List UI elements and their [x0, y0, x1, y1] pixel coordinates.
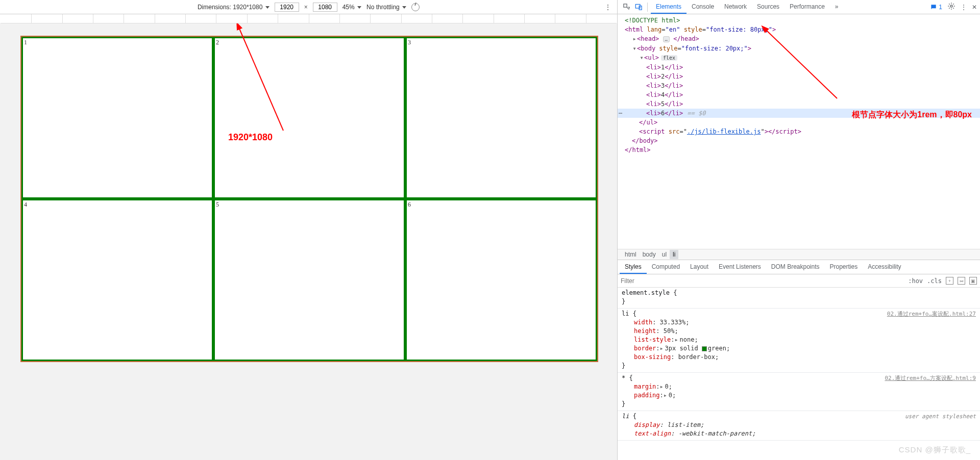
grid-cell: 5: [213, 199, 405, 361]
styletab-accessibility[interactable]: Accessibility: [863, 260, 906, 274]
tab-console[interactable]: Console: [687, 0, 719, 14]
grid-cell: 2: [213, 37, 405, 199]
grid-cell: 6: [405, 199, 597, 361]
styletab-dombreakpoints[interactable]: DOM Breakpoints: [766, 260, 825, 274]
annotation-label: 根节点字体大小为1rem，即80px: [852, 110, 972, 119]
crumb-ul[interactable]: ul: [659, 250, 670, 259]
crumb-body[interactable]: body: [640, 250, 659, 259]
styletab-eventlisteners[interactable]: Event Listeners: [714, 260, 766, 274]
styletab-styles[interactable]: Styles: [620, 260, 647, 274]
cls-toggle[interactable]: .cls: [927, 277, 942, 285]
dom-li[interactable]: <li>2</li>: [618, 72, 980, 81]
more-options-icon[interactable]: ⋮: [604, 3, 612, 11]
styles-filter-row: :hov .cls + ⫘ ▣: [618, 274, 980, 288]
grid-list: 1 2 3 4 5 6: [21, 37, 597, 361]
grid-cell: 3: [405, 37, 597, 199]
styles-content[interactable]: element.style { } 02.通过rem+fo…案设配.html:2…: [618, 288, 980, 460]
throttling-dropdown[interactable]: No throttling: [366, 4, 406, 11]
flex-badge[interactable]: flex: [661, 55, 677, 61]
devtools-tabs: Elements Console Network Sources Perform…: [651, 0, 844, 14]
svg-point-3: [950, 5, 952, 7]
dom-doctype[interactable]: <!DOCTYPE html>: [618, 16, 980, 25]
dom-li[interactable]: <li>4</li>: [618, 90, 980, 99]
device-toggle-icon[interactable]: [633, 2, 644, 13]
rule-source-link[interactable]: 02.通过rem+fo…方案设配.html:9: [885, 374, 976, 382]
ellipsis-icon[interactable]: …: [663, 36, 670, 42]
styles-tabs: Styles Computed Layout Event Listeners D…: [618, 260, 980, 274]
styles-filter-input[interactable]: [621, 276, 904, 286]
dom-li[interactable]: <li>3</li>: [618, 81, 980, 90]
style-rule-element[interactable]: element.style { }: [618, 288, 980, 309]
dom-body-open[interactable]: ▾<body style="font-size: 20px;">: [618, 44, 980, 53]
device-toolbar: Dimensions: 1920*1080 × 45% No throttlin…: [0, 0, 617, 14]
chevron-down-icon: [357, 6, 361, 9]
styletab-computed[interactable]: Computed: [647, 260, 685, 274]
grid-cell: 4: [21, 199, 213, 361]
chevron-down-icon: [402, 6, 406, 9]
inspect-icon[interactable]: [621, 2, 632, 13]
viewport-area: 1 2 3 4 5 6 1920*1080: [0, 23, 617, 460]
style-rule-ua[interactable]: user agent stylesheet li { display: list…: [618, 411, 980, 441]
devtools-pane: Elements Console Network Sources Perform…: [617, 0, 980, 460]
sidebar-toggle-icon[interactable]: ▣: [969, 277, 977, 285]
tab-performance[interactable]: Performance: [785, 0, 830, 14]
dimensions-dropdown[interactable]: Dimensions: 1920*1080: [198, 4, 270, 11]
separator: [647, 3, 648, 12]
new-rule-icon[interactable]: +: [946, 277, 953, 285]
computed-toggle-icon[interactable]: ⫘: [958, 277, 965, 285]
dom-tree[interactable]: <!DOCTYPE html> <html lang="en" style="f…: [618, 14, 980, 249]
style-rule-li[interactable]: 02.通过rem+fo…案设配.html:27 li { width: 33.3…: [618, 309, 980, 373]
rule-source-ua: user agent stylesheet: [905, 412, 976, 421]
kebab-icon[interactable]: ⋮: [961, 4, 967, 11]
devtools-toolbar: Elements Console Network Sources Perform…: [618, 0, 980, 14]
styletab-properties[interactable]: Properties: [825, 260, 863, 274]
dom-body-close[interactable]: </body>: [618, 136, 980, 145]
crumb-li[interactable]: li: [670, 250, 678, 259]
rule-source-link[interactable]: 02.通过rem+fo…案设配.html:27: [887, 310, 976, 318]
zoom-dropdown[interactable]: 45%: [342, 4, 361, 11]
dom-html-close[interactable]: </html>: [618, 145, 980, 155]
chevron-down-icon: [265, 6, 270, 9]
tab-elements[interactable]: Elements: [651, 0, 687, 14]
dom-li[interactable]: <li>5</li>: [618, 99, 980, 109]
dom-head[interactable]: ▸<head> … </head>: [618, 34, 980, 44]
grid-cell: 1: [21, 37, 213, 199]
device-mode-pane: Dimensions: 1920*1080 × 45% No throttlin…: [0, 0, 617, 460]
close-icon[interactable]: ✕: [972, 4, 977, 11]
width-input[interactable]: [275, 3, 299, 12]
crumb-html[interactable]: html: [622, 250, 640, 259]
dimension-separator: ×: [304, 4, 308, 11]
dom-script[interactable]: <script src="./js/lib-flexible.js"></scr…: [618, 127, 980, 136]
gear-icon[interactable]: [947, 2, 955, 12]
messages-badge[interactable]: 1: [930, 4, 942, 11]
dom-html-open[interactable]: <html lang="en" style="font-size: 80px;"…: [618, 25, 980, 34]
color-swatch-icon[interactable]: [702, 346, 707, 351]
tab-network[interactable]: Network: [719, 0, 752, 14]
rotate-icon[interactable]: [411, 3, 420, 11]
hov-toggle[interactable]: :hov: [908, 277, 923, 285]
styletab-layout[interactable]: Layout: [685, 260, 714, 274]
tab-more[interactable]: »: [830, 0, 844, 14]
style-rule-universal[interactable]: 02.通过rem+fo…方案设配.html:9 * { margin:▸0; p…: [618, 373, 980, 411]
page-frame: 1 2 3 4 5 6: [20, 36, 598, 362]
dom-ul-open[interactable]: ▾<ul>flex: [618, 53, 980, 63]
tab-sources[interactable]: Sources: [752, 0, 785, 14]
ruler: [1, 14, 617, 23]
height-input[interactable]: [313, 3, 337, 12]
dom-li[interactable]: <li>1</li>: [618, 63, 980, 72]
annotation-label: 1920*1080: [228, 132, 273, 143]
breadcrumb: html body ul li: [618, 249, 980, 260]
